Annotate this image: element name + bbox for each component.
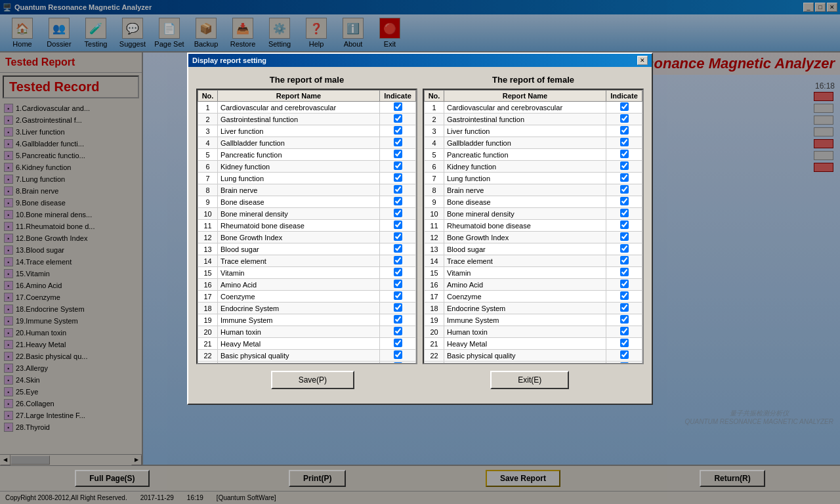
row-checkbox[interactable]	[620, 150, 629, 158]
row-checkbox[interactable]	[620, 339, 629, 347]
row-checkbox-cell[interactable]	[380, 184, 416, 196]
row-checkbox-cell[interactable]	[606, 137, 642, 149]
row-checkbox[interactable]	[620, 303, 629, 312]
row-checkbox[interactable]	[620, 362, 629, 364]
row-checkbox-cell[interactable]	[380, 125, 416, 137]
row-checkbox-cell[interactable]	[606, 161, 642, 173]
row-checkbox-cell[interactable]	[380, 114, 416, 125]
row-checkbox-cell[interactable]	[606, 125, 642, 137]
row-checkbox[interactable]	[620, 114, 629, 123]
row-checkbox[interactable]	[394, 138, 402, 146]
row-checkbox-cell[interactable]	[380, 350, 416, 362]
row-checkbox[interactable]	[394, 350, 402, 359]
row-checkbox[interactable]	[394, 102, 402, 111]
row-checkbox-cell[interactable]	[606, 149, 642, 161]
row-checkbox[interactable]	[394, 150, 402, 158]
row-checkbox-cell[interactable]	[380, 267, 416, 279]
row-checkbox[interactable]	[394, 339, 402, 347]
row-checkbox[interactable]	[394, 114, 402, 123]
row-checkbox-cell[interactable]	[606, 279, 642, 291]
row-checkbox-cell[interactable]	[606, 220, 642, 232]
row-checkbox[interactable]	[620, 291, 629, 300]
row-checkbox[interactable]	[620, 350, 629, 359]
row-checkbox-cell[interactable]	[606, 114, 642, 125]
row-checkbox[interactable]	[620, 173, 629, 182]
row-checkbox-cell[interactable]	[380, 232, 416, 243]
row-checkbox-cell[interactable]	[380, 338, 416, 350]
row-checkbox-cell[interactable]	[606, 291, 642, 303]
row-checkbox[interactable]	[394, 209, 402, 217]
row-checkbox[interactable]	[620, 161, 629, 170]
row-checkbox[interactable]	[620, 315, 629, 324]
row-checkbox[interactable]	[394, 303, 402, 312]
row-checkbox-cell[interactable]	[606, 243, 642, 255]
row-checkbox[interactable]	[620, 280, 629, 288]
row-checkbox[interactable]	[620, 197, 629, 205]
row-checkbox-cell[interactable]	[606, 173, 642, 184]
row-checkbox[interactable]	[620, 102, 629, 111]
row-checkbox-cell[interactable]	[606, 362, 642, 365]
male-col-name: Report Name	[218, 91, 380, 102]
row-checkbox-cell[interactable]	[380, 149, 416, 161]
row-checkbox-cell[interactable]	[606, 184, 642, 196]
row-checkbox-cell[interactable]	[606, 196, 642, 208]
row-checkbox[interactable]	[620, 126, 629, 135]
row-checkbox[interactable]	[620, 209, 629, 217]
row-checkbox-cell[interactable]	[380, 255, 416, 267]
modal-close-button[interactable]: ✕	[637, 56, 648, 65]
female-table-wrapper[interactable]: No. Report Name Indicate 1 Cardiovascula…	[423, 89, 644, 364]
row-checkbox-cell[interactable]	[606, 232, 642, 243]
row-checkbox[interactable]	[394, 220, 402, 229]
row-name: Human toxin	[218, 326, 380, 338]
row-checkbox[interactable]	[394, 173, 402, 182]
row-checkbox-cell[interactable]	[380, 279, 416, 291]
row-checkbox-cell[interactable]	[380, 362, 416, 365]
row-checkbox-cell[interactable]	[380, 137, 416, 149]
row-checkbox-cell[interactable]	[380, 243, 416, 255]
row-checkbox-cell[interactable]	[380, 161, 416, 173]
row-checkbox-cell[interactable]	[606, 102, 642, 114]
row-checkbox-cell[interactable]	[380, 314, 416, 326]
row-checkbox[interactable]	[620, 268, 629, 276]
row-checkbox-cell[interactable]	[606, 267, 642, 279]
row-checkbox[interactable]	[394, 232, 402, 241]
row-checkbox[interactable]	[394, 268, 402, 276]
row-checkbox[interactable]	[394, 327, 402, 335]
male-table-wrapper[interactable]: No. Report Name Indicate 1 Cardiovascula…	[196, 89, 417, 364]
row-checkbox-cell[interactable]	[380, 291, 416, 303]
row-checkbox-cell[interactable]	[606, 326, 642, 338]
row-checkbox-cell[interactable]	[606, 338, 642, 350]
row-checkbox[interactable]	[394, 291, 402, 300]
row-checkbox[interactable]	[620, 220, 629, 229]
row-checkbox[interactable]	[394, 362, 402, 364]
row-checkbox-cell[interactable]	[380, 102, 416, 114]
modal-exit-button[interactable]: Exit(E)	[490, 371, 569, 389]
row-checkbox[interactable]	[394, 185, 402, 194]
row-checkbox-cell[interactable]	[380, 303, 416, 314]
row-checkbox-cell[interactable]	[606, 208, 642, 220]
row-checkbox[interactable]	[394, 197, 402, 205]
row-checkbox-cell[interactable]	[380, 196, 416, 208]
row-checkbox-cell[interactable]	[606, 350, 642, 362]
row-checkbox[interactable]	[394, 280, 402, 288]
row-checkbox[interactable]	[394, 126, 402, 135]
row-checkbox-cell[interactable]	[380, 208, 416, 220]
row-checkbox-cell[interactable]	[606, 303, 642, 314]
row-checkbox-cell[interactable]	[380, 326, 416, 338]
table-row: 12 Bone Growth Index	[425, 232, 642, 243]
row-checkbox-cell[interactable]	[380, 220, 416, 232]
row-checkbox-cell[interactable]	[606, 255, 642, 267]
row-checkbox[interactable]	[620, 185, 629, 194]
row-checkbox[interactable]	[394, 315, 402, 324]
row-checkbox[interactable]	[394, 244, 402, 253]
row-checkbox[interactable]	[394, 161, 402, 170]
modal-save-button[interactable]: Save(P)	[271, 371, 354, 389]
row-checkbox-cell[interactable]	[380, 173, 416, 184]
row-checkbox[interactable]	[620, 327, 629, 335]
row-checkbox[interactable]	[620, 244, 629, 253]
row-checkbox-cell[interactable]	[606, 314, 642, 326]
row-checkbox[interactable]	[620, 232, 629, 241]
row-checkbox[interactable]	[620, 256, 629, 264]
row-checkbox[interactable]	[394, 256, 402, 264]
row-checkbox[interactable]	[620, 138, 629, 146]
